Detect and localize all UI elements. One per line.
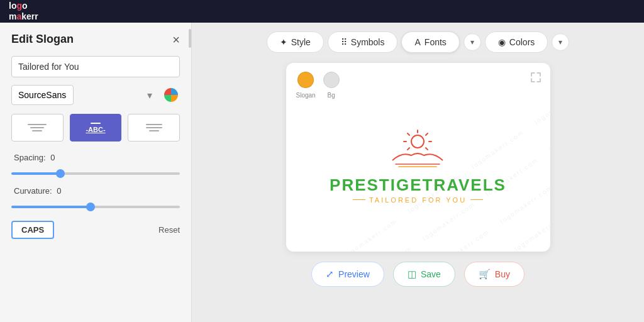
style-option-left[interactable] [11,114,64,142]
topbar: logo makerr [0,0,644,23]
right-panel: ✦ Style ⠿ Symbols A Fonts ▾ ◉ Colors ▾ [192,23,644,322]
font-row: SourceSans [11,85,180,105]
buy-icon: 🛒 [479,269,491,280]
main-layout: Edit Slogan × SourceSans [0,23,644,322]
style-lines-center: -ABC- [86,123,105,133]
tab-symbols-label: Symbols [351,37,385,47]
action-buttons: ⤢ Preview ◫ Save 🛒 Buy [311,262,525,287]
slogan-line-right [470,199,483,200]
curvature-slider[interactable] [11,206,180,208]
bottom-actions: CAPS Reset [11,221,180,239]
preview-label: Preview [338,269,370,279]
caps-button[interactable]: CAPS [11,221,54,239]
svg-line-6 [426,148,428,150]
style-options: -ABC- [11,114,180,142]
save-icon: ◫ [408,269,416,280]
curvature-label: Curvature: 0 [11,186,180,196]
slogan-swatch-label: Slogan [296,92,316,99]
top-nav: ✦ Style ⠿ Symbols A Fonts ▾ ◉ Colors ▾ [204,31,631,53]
abc-label: -ABC- [86,126,105,133]
slogan-display: TAILORED FOR YOU [353,196,483,204]
save-button[interactable]: ◫ Save [393,262,455,287]
tab-symbols[interactable]: ⠿ Symbols [328,31,398,53]
slogan-line-left [353,199,365,200]
close-button[interactable]: × [172,33,180,46]
save-label: Save [421,269,441,279]
edit-slogan-panel: Edit Slogan × SourceSans [0,23,192,322]
font-select-wrapper: SourceSans [11,85,157,105]
bg-swatch-group: Bg [323,72,340,99]
style-line [28,124,47,125]
palette-icon[interactable] [162,86,180,104]
fonts-expand[interactable]: ▾ [464,33,481,51]
sun-graphic [386,124,449,170]
symbols-icon: ⠿ [341,37,347,47]
canvas-expand-icon[interactable] [529,70,543,84]
style-option-center[interactable]: -ABC- [70,114,122,142]
style-lines-left [28,124,47,131]
preview-icon: ⤢ [326,269,334,280]
style-icon: ✦ [280,37,287,47]
palette-circles [164,88,178,102]
tab-colors[interactable]: ◉ Colors [485,31,548,53]
buy-button[interactable]: 🛒 Buy [464,262,525,287]
slogan-display-text: TAILORED FOR YOU [369,196,467,204]
color-controls: Slogan Bg [296,72,340,99]
slogan-swatch-group: Slogan [296,72,316,99]
slogan-color-swatch[interactable] [297,72,314,88]
canvas-area: logomakerr.com logomakerr.com logomakerr… [286,63,550,252]
tab-style-label: Style [291,37,311,47]
bg-swatch-label: Bg [328,92,335,99]
style-line [30,127,44,128]
spacing-label: Spacing: 0 [11,153,180,162]
slogan-input[interactable] [11,56,180,77]
svg-line-7 [408,148,409,150]
brand-name: PRESTIGETRAVELS [330,175,506,195]
fonts-icon: A [414,37,420,47]
style-line [32,130,42,131]
strike-line-short [149,130,159,131]
colors-expand[interactable]: ▾ [552,33,569,51]
svg-point-0 [411,135,424,148]
panel-header: Edit Slogan × [11,33,180,46]
tab-fonts-label: Fonts [425,37,447,47]
strike-line [146,127,162,128]
reset-button[interactable]: Reset [158,225,180,235]
logo-content: PRESTIGETRAVELS TAILORED FOR YOU [330,75,506,252]
strike-line [146,124,162,125]
svg-line-3 [408,133,409,135]
style-line [91,123,101,124]
font-select[interactable]: SourceSans [11,85,74,105]
tab-fonts[interactable]: A Fonts [401,31,459,53]
spacing-row: Spacing: 0 [11,153,180,177]
preview-button[interactable]: ⤢ Preview [311,262,384,287]
style-option-right[interactable] [128,114,180,142]
scroll-indicator [189,29,191,48]
app-logo: logo makerr [9,1,38,22]
buy-label: Buy [495,269,510,279]
panel-title: Edit Slogan [11,33,74,46]
strike-lines [146,124,162,131]
colors-icon: ◉ [498,37,506,47]
svg-line-2 [426,133,428,135]
tab-colors-label: Colors [509,37,535,47]
color-swatches: Slogan Bg [296,72,340,99]
tab-style[interactable]: ✦ Style [267,31,324,53]
bg-color-swatch[interactable] [323,72,340,88]
spacing-slider[interactable] [11,172,180,175]
curvature-row: Curvature: 0 [11,186,180,211]
